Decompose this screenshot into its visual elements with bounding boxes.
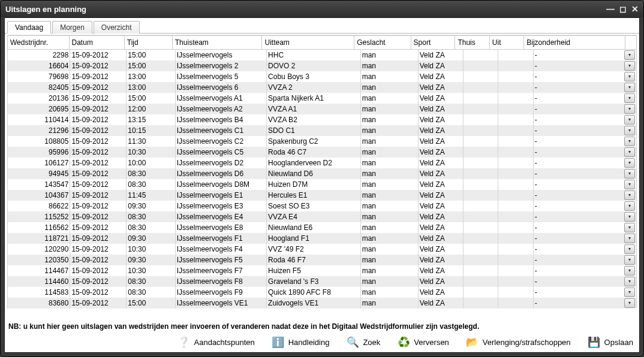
cell-tijd[interactable]: 08:30 [127, 276, 175, 287]
cell-uit[interactable] [498, 255, 533, 265]
cell-thuis[interactable] [463, 114, 498, 125]
cell-geslacht[interactable]: man [360, 60, 418, 71]
cell-thuis[interactable] [463, 82, 498, 93]
cell-bijzonderheid[interactable]: -▾ [533, 82, 636, 93]
cell-tijd[interactable]: 08:30 [127, 211, 175, 222]
cell-thuis[interactable] [463, 125, 498, 136]
cell-datum[interactable]: 15-09-2012 [70, 265, 127, 276]
cell-thuis[interactable] [463, 190, 498, 201]
cell-geslacht[interactable]: man [360, 211, 418, 222]
cell-thuis[interactable] [463, 222, 498, 233]
cell-wedstrijdnr[interactable]: 114460 [8, 276, 70, 287]
chevron-down-icon[interactable]: ▾ [624, 158, 635, 168]
cell-wedstrijdnr[interactable]: 83680 [8, 298, 70, 308]
cell-thuis[interactable] [463, 201, 498, 211]
table-row[interactable]: 11872115-09-201209:30IJsselmeervogels F1… [8, 233, 637, 244]
cell-sport[interactable]: Veld ZA [418, 82, 463, 93]
cell-sport[interactable]: Veld ZA [418, 244, 463, 255]
cell-thuisteam[interactable]: IJsselmeervogels E4 [175, 211, 266, 222]
cell-uitteam[interactable]: SDO C1 [267, 125, 361, 136]
cell-uitteam[interactable]: VVZ '49 F2 [267, 244, 361, 255]
cell-bijzonderheid[interactable]: -▾ [533, 179, 636, 190]
chevron-down-icon[interactable]: ▾ [624, 50, 635, 60]
cell-uitteam[interactable]: VVZA E4 [267, 211, 361, 222]
table-row[interactable]: 8662215-09-201209:30IJsselmeervogels E3S… [8, 201, 637, 211]
cell-thuis[interactable] [463, 179, 498, 190]
cell-uitteam[interactable]: Hooglanderveen D2 [267, 158, 361, 168]
cell-datum[interactable]: 15-09-2012 [70, 211, 127, 222]
cell-bijzonderheid[interactable]: -▾ [533, 136, 636, 147]
cell-geslacht[interactable]: man [360, 136, 418, 147]
table-row[interactable]: 8368015-09-201215:00IJsselmeervogels VE1… [8, 298, 637, 308]
cell-uitteam[interactable]: Sparta Nijkerk A1 [267, 93, 361, 104]
cell-thuisteam[interactable]: IJsselmeervogels F9 [175, 287, 266, 298]
table-row[interactable]: 9494515-09-201208:30IJsselmeervogels D6N… [8, 168, 637, 179]
table-row[interactable]: 11446015-09-201208:30IJsselmeervogels F8… [8, 276, 637, 287]
cell-bijzonderheid[interactable]: -▾ [533, 147, 636, 158]
cell-thuis[interactable] [463, 104, 498, 114]
cell-tijd[interactable]: 08:30 [127, 287, 175, 298]
cell-geslacht[interactable]: man [360, 104, 418, 114]
cell-uit[interactable] [498, 244, 533, 255]
cell-wedstrijdnr[interactable]: 120290 [8, 244, 70, 255]
cell-sport[interactable]: Veld ZA [418, 104, 463, 114]
cell-uit[interactable] [498, 179, 533, 190]
cell-datum[interactable]: 15-09-2012 [70, 168, 127, 179]
table-row[interactable]: 1660415-09-201215:00IJsselmeervogels 2DO… [8, 60, 637, 71]
cell-thuis[interactable] [463, 233, 498, 244]
col-thuisteam[interactable]: Thuisteam [172, 36, 262, 50]
cell-bijzonderheid[interactable]: -▾ [533, 276, 636, 287]
cell-wedstrijdnr[interactable]: 20136 [8, 93, 70, 104]
cell-datum[interactable]: 15-09-2012 [70, 125, 127, 136]
chevron-down-icon[interactable]: ▾ [624, 147, 635, 157]
table-row[interactable]: 7969815-09-201213:00IJsselmeervogels 5Co… [8, 71, 637, 82]
cell-uit[interactable] [498, 265, 533, 276]
chevron-down-icon[interactable]: ▾ [624, 104, 635, 114]
cell-uitteam[interactable]: HHC [267, 50, 361, 60]
cell-wedstrijdnr[interactable]: 79698 [8, 71, 70, 82]
cell-uit[interactable] [498, 50, 533, 60]
cell-uitteam[interactable]: Roda 46 C7 [267, 147, 361, 158]
cell-tijd[interactable]: 11:30 [127, 136, 175, 147]
close-button[interactable]: ✕ [631, 4, 639, 14]
cell-wedstrijdnr[interactable]: 110414 [8, 114, 70, 125]
cell-thuis[interactable] [463, 136, 498, 147]
cell-geslacht[interactable]: man [360, 114, 418, 125]
cell-uit[interactable] [498, 93, 533, 104]
cell-tijd[interactable]: 15:00 [127, 50, 175, 60]
cell-thuisteam[interactable]: IJsselmeervogels 2 [175, 60, 266, 71]
cell-thuis[interactable] [463, 287, 498, 298]
cell-thuis[interactable] [463, 276, 498, 287]
cell-sport[interactable]: Veld ZA [418, 179, 463, 190]
cell-sport[interactable]: Veld ZA [418, 276, 463, 287]
cell-sport[interactable]: Veld ZA [418, 233, 463, 244]
cell-wedstrijdnr[interactable]: 20695 [8, 104, 70, 114]
cell-sport[interactable]: Veld ZA [418, 158, 463, 168]
cell-tijd[interactable]: 13:15 [127, 114, 175, 125]
cell-thuisteam[interactable]: IJsselmeervogels C2 [175, 136, 266, 147]
cell-uitteam[interactable]: Cobu Boys 3 [267, 71, 361, 82]
col-bijzonderheid[interactable]: Bijzonderheid [524, 36, 625, 50]
cell-bijzonderheid[interactable]: -▾ [533, 60, 636, 71]
chevron-down-icon[interactable]: ▾ [624, 61, 635, 71]
table-row[interactable]: 10436715-09-201211:45IJsselmeervogels E1… [8, 190, 637, 201]
cell-uit[interactable] [498, 168, 533, 179]
cell-bijzonderheid[interactable]: -▾ [533, 211, 636, 222]
cell-wedstrijdnr[interactable]: 104367 [8, 190, 70, 201]
cell-thuisteam[interactable]: IJsselmeervogels F1 [175, 233, 266, 244]
cell-tijd[interactable]: 13:00 [127, 71, 175, 82]
cell-sport[interactable]: Veld ZA [418, 298, 463, 308]
cell-datum[interactable]: 15-09-2012 [70, 158, 127, 168]
col-geslacht[interactable]: Geslacht [354, 36, 411, 50]
table-row[interactable]: 11525215-09-201208:30IJsselmeervogels E4… [8, 211, 637, 222]
cell-thuis[interactable] [463, 158, 498, 168]
cell-sport[interactable]: Veld ZA [418, 125, 463, 136]
cell-thuisteam[interactable]: IJsselmeervogels D6 [175, 168, 266, 179]
cell-uit[interactable] [498, 147, 533, 158]
verlenging-button[interactable]: 📂 Verlenging/strafschoppen [466, 335, 571, 349]
table-row[interactable]: 11458315-09-201208:30IJsselmeervogels F9… [8, 287, 637, 298]
col-sport[interactable]: Sport [411, 36, 455, 50]
cell-geslacht[interactable]: man [360, 50, 418, 60]
cell-tijd[interactable]: 13:00 [127, 82, 175, 93]
cell-bijzonderheid[interactable]: -▾ [533, 50, 636, 60]
